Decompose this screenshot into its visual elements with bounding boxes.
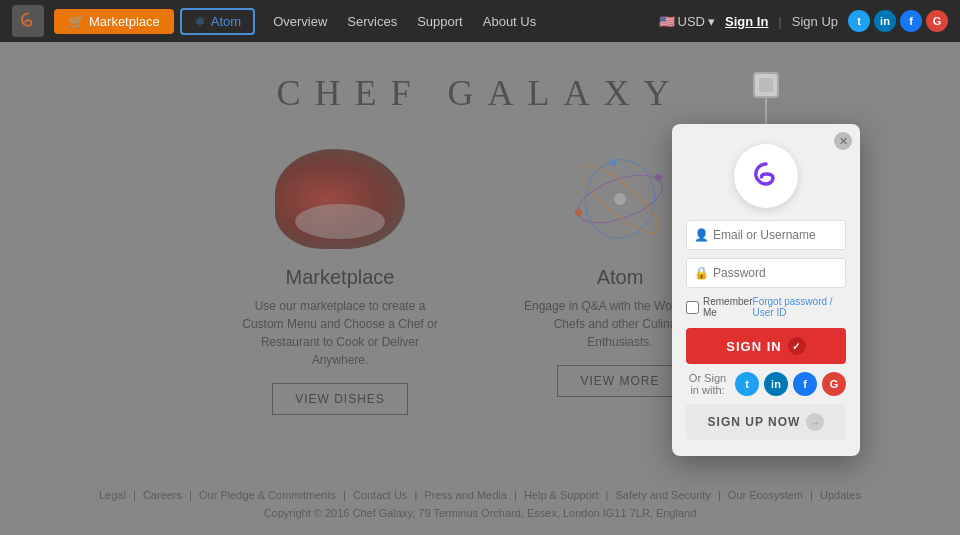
chevron-down-icon: ▾ xyxy=(708,14,715,29)
signup-btn-label: SIGN UP NOW xyxy=(708,415,801,429)
modal-linkedin-icon[interactable]: in xyxy=(764,372,788,396)
modal-logo xyxy=(734,144,798,208)
signup-btn-icon: → xyxy=(806,413,824,431)
facebook-icon[interactable]: f xyxy=(900,10,922,32)
social-icons-nav: t in f G xyxy=(848,10,948,32)
or-row: Or Sign in with: t in f G xyxy=(686,372,846,396)
email-input-group: 👤 xyxy=(686,220,846,250)
or-label: Or Sign in with: xyxy=(686,372,729,396)
twitter-icon[interactable]: t xyxy=(848,10,870,32)
signup-button[interactable]: SIGN UP NOW → xyxy=(686,404,846,440)
nav-services[interactable]: Services xyxy=(347,14,397,29)
signin-link[interactable]: Sign In xyxy=(725,14,768,29)
modal-logo-area xyxy=(672,124,860,220)
brand-logo xyxy=(12,5,44,37)
signin-btn-label: SIGN IN xyxy=(726,339,781,354)
forgot-link[interactable]: Forgot password / User ID xyxy=(753,296,846,318)
modal-facebook-icon[interactable]: f xyxy=(793,372,817,396)
atom-nav-button[interactable]: ⚛ Atom xyxy=(180,8,255,35)
pointer-line xyxy=(765,98,767,124)
remember-label: Remember Me xyxy=(703,296,753,318)
nav-right: 🇺🇸 USD ▾ Sign In | Sign Up t in f G xyxy=(659,10,948,32)
marketplace-label: Marketplace xyxy=(89,14,160,29)
nav-support[interactable]: Support xyxy=(417,14,463,29)
modal-close-button[interactable]: ✕ xyxy=(834,132,852,150)
nav-about[interactable]: About Us xyxy=(483,14,536,29)
modal-twitter-icon[interactable]: t xyxy=(735,372,759,396)
google-icon[interactable]: G xyxy=(926,10,948,32)
modal-body: 👤 🔒 Remember Me Forgot password / User I… xyxy=(672,220,860,440)
currency-selector[interactable]: 🇺🇸 USD ▾ xyxy=(659,14,715,29)
marketplace-nav-button[interactable]: 🛒 Marketplace xyxy=(54,9,174,34)
modal-social-icons: t in f G xyxy=(735,372,846,396)
remember-me-group: Remember Me xyxy=(686,296,753,318)
password-input[interactable] xyxy=(686,258,846,288)
linkedin-icon[interactable]: in xyxy=(874,10,896,32)
pointer-bubble xyxy=(753,72,779,98)
remember-checkbox[interactable] xyxy=(686,301,699,314)
nav-links: Overview Services Support About Us xyxy=(273,14,536,29)
remember-row: Remember Me Forgot password / User ID xyxy=(686,296,846,318)
lock-icon: 🔒 xyxy=(694,266,709,280)
signin-btn-icon: ✓ xyxy=(788,337,806,355)
user-icon: 👤 xyxy=(694,228,709,242)
login-modal-wrapper: ✕ 👤 🔒 xyxy=(672,72,860,456)
email-input[interactable] xyxy=(686,220,846,250)
atom-label: Atom xyxy=(211,14,241,29)
nav-overview[interactable]: Overview xyxy=(273,14,327,29)
signin-button[interactable]: SIGN IN ✓ xyxy=(686,328,846,364)
currency-label: USD xyxy=(678,14,705,29)
password-input-group: 🔒 xyxy=(686,258,846,288)
cart-icon: 🛒 xyxy=(68,14,84,29)
navbar: 🛒 Marketplace ⚛ Atom Overview Services S… xyxy=(0,0,960,42)
signup-link[interactable]: Sign Up xyxy=(792,14,838,29)
modal-google-icon[interactable]: G xyxy=(822,372,846,396)
login-modal: ✕ 👤 🔒 xyxy=(672,124,860,456)
atom-icon: ⚛ xyxy=(194,14,206,29)
